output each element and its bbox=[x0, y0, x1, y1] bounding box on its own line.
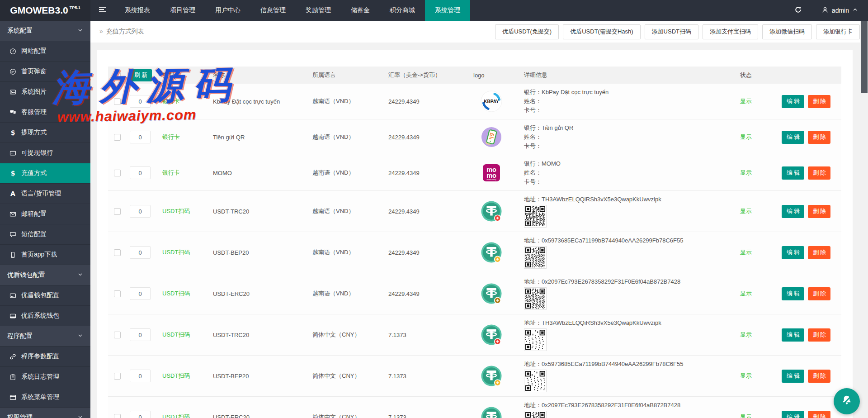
toolbar-button[interactable]: 添加USDT扫码 bbox=[645, 24, 698, 39]
language-cell: 简体中文（CNY） bbox=[305, 356, 381, 397]
sort-input[interactable] bbox=[130, 131, 151, 143]
recharge-methods-table: 刷新 类型 名称 所属语言 汇率（美金->货币） logo 详细信息 状态 银行… bbox=[108, 66, 841, 418]
sidebar-item[interactable]: $ 提现方式 bbox=[0, 123, 90, 143]
sort-input[interactable] bbox=[130, 411, 151, 418]
delete-button[interactable]: 删除 bbox=[808, 328, 830, 342]
sidebar-group-header[interactable]: 程序配置 bbox=[0, 326, 90, 347]
edit-button[interactable]: 编辑 bbox=[782, 131, 804, 144]
sidebar-group-header[interactable]: 系统配置 bbox=[0, 21, 90, 41]
nav-menu-item[interactable]: 系统报表 bbox=[115, 0, 160, 21]
sort-input[interactable] bbox=[130, 95, 151, 108]
sort-input[interactable] bbox=[130, 166, 151, 179]
toolbar-button[interactable]: 添加银行卡 bbox=[816, 24, 860, 39]
row-checkbox[interactable] bbox=[114, 414, 121, 418]
user-menu[interactable]: admin bbox=[811, 0, 868, 21]
detail-lines: 地址：TH3AWbzELQQiRSh3vX5e3QwapKkUwvzipk bbox=[524, 195, 733, 204]
edit-button[interactable]: 编辑 bbox=[782, 166, 804, 180]
sidebar-item[interactable]: 程序参数配置 bbox=[0, 347, 90, 367]
select-all-checkbox[interactable] bbox=[114, 72, 121, 79]
sidebar-item[interactable]: 客服管理 bbox=[0, 102, 90, 123]
sidebar-item[interactable]: 邮箱配置 bbox=[0, 204, 90, 224]
sidebar-item[interactable]: 系统菜单管理 bbox=[0, 387, 90, 408]
delete-button[interactable]: 删除 bbox=[808, 131, 830, 144]
edit-button[interactable]: 编辑 bbox=[782, 95, 804, 108]
type-label: USDT扫码 bbox=[162, 290, 190, 297]
sidebar-item[interactable]: 首页app下载 bbox=[0, 245, 90, 265]
edit-button[interactable]: 编辑 bbox=[782, 411, 804, 418]
delete-button[interactable]: 删除 bbox=[808, 205, 830, 218]
nav-menu-item-label: 项目管理 bbox=[170, 6, 195, 14]
nav-menu-item[interactable]: 奖励管理 bbox=[296, 0, 341, 21]
row-checkbox[interactable] bbox=[114, 98, 121, 105]
nav-menu-item[interactable]: 项目管理 bbox=[160, 0, 205, 21]
status-toggle[interactable]: 显示 bbox=[740, 290, 752, 297]
sidebar-item[interactable]: 系统日志管理 bbox=[0, 367, 90, 387]
delete-button[interactable]: 删除 bbox=[808, 246, 830, 259]
sidebar-item[interactable]: 优盾钱包配置 bbox=[0, 285, 90, 306]
name-cell: USDT-TRC20 bbox=[206, 314, 305, 356]
nav-menu-item[interactable]: 系统管理 bbox=[425, 0, 470, 21]
edit-button[interactable]: 编辑 bbox=[782, 205, 804, 218]
sidebar-item[interactable]: A 语言/货币管理 bbox=[0, 184, 90, 204]
sort-input[interactable] bbox=[130, 205, 151, 218]
status-toggle[interactable]: 显示 bbox=[740, 372, 752, 379]
sidebar-item[interactable]: $ 充值方式 bbox=[0, 163, 90, 184]
rate-cell: 24229.4349 bbox=[381, 119, 466, 155]
row-checkbox[interactable] bbox=[114, 332, 121, 338]
delete-button[interactable]: 删除 bbox=[808, 287, 830, 300]
sidebar-item[interactable]: 系统图片 bbox=[0, 82, 90, 102]
sort-input[interactable] bbox=[130, 246, 151, 259]
nav-menu-item[interactable]: 信息管理 bbox=[250, 0, 296, 21]
sort-input[interactable] bbox=[130, 287, 151, 300]
wallet-card-icon bbox=[9, 313, 17, 319]
sidebar-item[interactable]: 可提现银行 bbox=[0, 143, 90, 163]
sidebar-toggle-button[interactable] bbox=[90, 0, 115, 21]
table-row: 银行卡 KbPay Đặt cọc trực tuyến 越南语（VND） 24… bbox=[108, 84, 841, 119]
toolbar-button[interactable]: 优盾USDT(需提交Hash) bbox=[563, 24, 640, 39]
row-checkbox[interactable] bbox=[114, 170, 121, 176]
delete-button[interactable]: 删除 bbox=[808, 370, 830, 383]
row-checkbox[interactable] bbox=[114, 290, 121, 297]
sort-input[interactable] bbox=[130, 370, 151, 382]
detail-lines: 地址：0x2097Ec793E2678358292F31F0E6f04aB872… bbox=[524, 401, 733, 410]
status-toggle[interactable]: 显示 bbox=[740, 208, 752, 214]
status-toggle[interactable]: 显示 bbox=[740, 249, 752, 256]
nav-menu-item[interactable]: 用户中心 bbox=[205, 0, 250, 21]
refresh-page-button[interactable] bbox=[785, 0, 811, 21]
status-toggle[interactable]: 显示 bbox=[740, 98, 752, 104]
row-checkbox[interactable] bbox=[114, 208, 121, 215]
link-icon bbox=[9, 353, 17, 360]
toolbar-button[interactable]: 添加微信扫码 bbox=[762, 24, 812, 39]
status-toggle[interactable]: 显示 bbox=[740, 331, 752, 338]
table-row: 银行卡 Tiền gửi QR 越南语（VND） 24229.4349 银行：T… bbox=[108, 119, 841, 155]
row-checkbox[interactable] bbox=[114, 373, 121, 380]
main-content: »充值方式列表 优盾USDT(免提交)优盾USDT(需提交Hash)添加USDT… bbox=[90, 21, 868, 418]
edit-button[interactable]: 编辑 bbox=[782, 370, 804, 383]
delete-button[interactable]: 删除 bbox=[808, 95, 830, 108]
toolbar-button[interactable]: 添加支付宝扫码 bbox=[703, 24, 758, 39]
row-checkbox[interactable] bbox=[114, 134, 121, 141]
delete-button[interactable]: 删除 bbox=[808, 166, 830, 180]
status-toggle[interactable]: 显示 bbox=[740, 169, 752, 176]
sidebar-item[interactable]: 短信配置 bbox=[0, 224, 90, 245]
notification-mute-fab[interactable] bbox=[834, 388, 860, 414]
edit-button[interactable]: 编辑 bbox=[782, 287, 804, 300]
sidebar-group-header[interactable]: 优盾钱包配置 bbox=[0, 265, 90, 285]
sidebar-item[interactable]: 首页弹窗 bbox=[0, 62, 90, 82]
chevron-down-icon bbox=[77, 332, 83, 340]
status-toggle[interactable]: 显示 bbox=[740, 133, 752, 140]
sidebar-item[interactable]: 优盾系统钱包 bbox=[0, 306, 90, 326]
toolbar-button[interactable]: 优盾USDT(免提交) bbox=[495, 24, 559, 39]
nav-menu-item[interactable]: 积分商城 bbox=[380, 0, 425, 21]
delete-button[interactable]: 删除 bbox=[808, 411, 830, 418]
sidebar-item[interactable]: 网站配置 bbox=[0, 41, 90, 62]
edit-button[interactable]: 编辑 bbox=[782, 246, 804, 259]
scrollbar-thumb[interactable] bbox=[861, 21, 868, 93]
status-toggle[interactable]: 显示 bbox=[740, 413, 752, 418]
refresh-table-button[interactable]: 刷新 bbox=[130, 69, 152, 81]
row-checkbox[interactable] bbox=[114, 249, 121, 256]
sidebar-group-header[interactable]: 权限管理 bbox=[0, 408, 90, 418]
sort-input[interactable] bbox=[130, 328, 151, 341]
nav-menu-item[interactable]: 储蓄金 bbox=[341, 0, 380, 21]
edit-button[interactable]: 编辑 bbox=[782, 328, 804, 342]
